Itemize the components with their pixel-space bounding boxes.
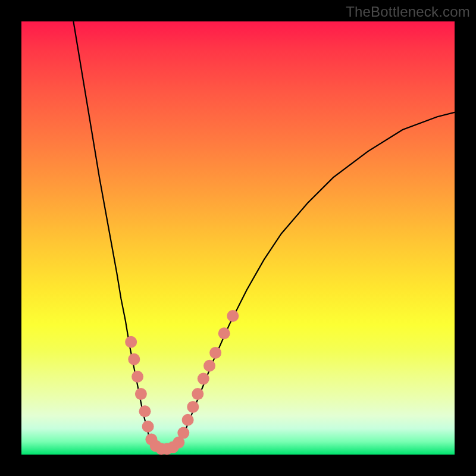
data-point <box>142 421 154 433</box>
data-point <box>209 347 221 359</box>
data-point <box>218 327 230 339</box>
chart-svg <box>21 21 455 455</box>
data-point <box>131 371 143 383</box>
watermark-text: TheBottleneck.com <box>346 4 470 20</box>
dots-group <box>125 310 239 455</box>
data-point <box>177 427 189 439</box>
data-point <box>182 414 194 426</box>
data-point <box>227 310 239 322</box>
data-point <box>125 336 137 348</box>
data-point <box>128 353 140 365</box>
data-point <box>187 401 199 413</box>
data-point <box>192 388 203 400</box>
plot-area <box>21 21 455 455</box>
data-point <box>198 373 209 385</box>
bottleneck-curve <box>73 21 455 450</box>
chart-frame: TheBottleneck.com <box>0 0 476 476</box>
curve-group <box>73 21 455 450</box>
data-point <box>135 388 147 400</box>
data-point <box>139 405 151 417</box>
data-point <box>203 360 215 372</box>
